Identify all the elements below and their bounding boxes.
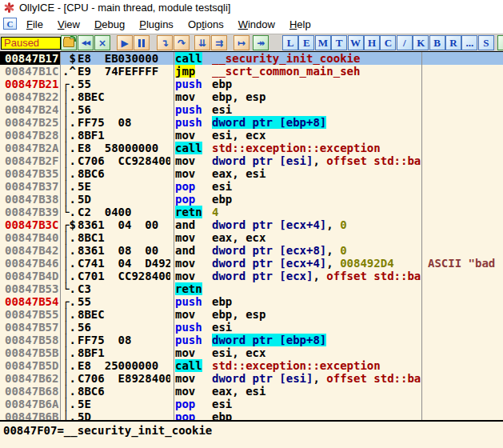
run-button[interactable]: ▶	[117, 35, 133, 50]
disasm-row[interactable]: 00847B53└.C3retn	[0, 282, 503, 295]
restart-button[interactable]: ◀◀	[78, 35, 94, 50]
operand-reg: ebp, esp	[212, 308, 265, 321]
patches-window-button[interactable]: /	[397, 35, 413, 50]
disasm-row[interactable]: 00847B6B│.5Dpopebp	[0, 410, 503, 420]
flow-prefix: │.	[62, 270, 76, 282]
address-cell: 00847B53	[0, 282, 60, 295]
menu-item-view[interactable]: View	[50, 18, 87, 31]
address-cell: 00847B6A	[0, 398, 60, 410]
ollyice-app-icon[interactable]	[3, 2, 15, 14]
disasm-row[interactable]: 00847B68│.8BC6moveax, esi	[0, 385, 503, 398]
mnemonic: and	[175, 218, 195, 231]
menu-item-plugins[interactable]: Plugins	[132, 18, 181, 31]
disasm-row[interactable]: 00847B40│.8BC1moveax, ecx	[0, 231, 503, 244]
disasm-row[interactable]: 00847B62│.C706 E8928400movdword ptr [esi…	[0, 372, 503, 385]
step-into-button[interactable]: ↴	[157, 35, 173, 50]
operands-cell: esi, ecx	[212, 129, 421, 142]
breakpoints-window-button[interactable]: B	[429, 35, 445, 50]
mnemonic: push	[175, 334, 202, 346]
threads-window-button[interactable]: T	[331, 35, 347, 50]
disasm-row[interactable]: 00847B39└.C2 0400retn4	[0, 206, 503, 218]
execute-till-return-button[interactable]: ↦	[234, 35, 250, 50]
step-over-button[interactable]: ↷	[174, 35, 190, 50]
flow-prefix: │.	[62, 244, 76, 257]
executables-window-button[interactable]: E	[298, 35, 314, 50]
go-to-button[interactable]: ↠	[253, 35, 269, 50]
disasm-row[interactable]: 00847B35│.8BC6moveax, esi	[0, 167, 503, 180]
disasm-row[interactable]: 00847B2F│.C706 CC928400movdword ptr [esi…	[0, 154, 503, 167]
operand-reg: ebp	[212, 78, 232, 90]
cpu-child-window-icon[interactable]: C	[3, 18, 17, 30]
disasm-row[interactable]: 00847B4D│.C701 CC928400movdword ptr [ecx…	[0, 270, 503, 282]
close-button[interactable]: ×	[94, 35, 110, 50]
disasm-row[interactable]: 00847B1C.^E9 74FEFFFFjmp__scrt_common_ma…	[0, 65, 503, 78]
disasm-row[interactable]: 00847B54┌.55pushebp	[0, 295, 503, 308]
clipped-toolbar-button[interactable]	[497, 35, 503, 50]
source-window-button[interactable]: S	[478, 35, 494, 50]
menu-item-help[interactable]: Help	[282, 18, 318, 31]
address-cell: 00847B39	[0, 206, 60, 218]
disasm-row[interactable]: 00847B21┌.55pushebp	[0, 78, 503, 90]
disasm-row[interactable]: 00847B55│.8BECmovebp, esp	[0, 308, 503, 321]
toolbar: Paused ◀◀×▶↴↷⇊⇉↦↠LEMTWHC/KBR...S	[0, 34, 503, 51]
operands-cell: dword ptr [esi], offset std::bad	[212, 372, 421, 385]
operand-reg: ebp	[212, 193, 232, 206]
call-stack-window-button[interactable]: K	[413, 35, 429, 50]
disassembly-pane[interactable]: 00847B17 $E8 EB030000call__security_init…	[0, 51, 503, 420]
disasm-row[interactable]: 00847B58│.FF75 08pushdword ptr [ebp+8]	[0, 334, 503, 346]
disasm-row[interactable]: 00847B5D│.E8 25000000callstd::exception:…	[0, 359, 503, 372]
mnemonic: retn	[175, 282, 202, 295]
disasm-row[interactable]: 00847B37│.5Epopesi	[0, 180, 503, 193]
hex-bytes-cell: C701 CC928400	[78, 270, 170, 282]
handles-window-button[interactable]: H	[364, 35, 380, 50]
open-file-button[interactable]	[61, 35, 77, 50]
references-window-button[interactable]: R	[445, 35, 461, 50]
address-cell: 00847B17	[0, 52, 60, 65]
operands-cell: dword ptr [ecx], offset std::bad	[212, 270, 421, 282]
ollyice-window: OllyICE - [CPU - main thread, module tes…	[0, 0, 503, 448]
disasm-row[interactable]: 00847B2A│.E8 58000000callstd::exception:…	[0, 142, 503, 154]
hex-bytes-cell: 8BF1	[78, 346, 170, 359]
operand-mem: dword ptr [ecx]	[212, 270, 313, 282]
windows-window-button[interactable]: W	[348, 35, 364, 50]
operands-cell: dword ptr [ecx+8], 0	[212, 244, 421, 257]
disasm-row[interactable]: 00847B5B│.8BF1movesi, ecx	[0, 346, 503, 359]
animate-into-button[interactable]: ⇊	[194, 35, 210, 50]
disasm-row[interactable]: 00847B42│.8361 08 00anddword ptr [ecx+8]…	[0, 244, 503, 257]
disasm-row[interactable]: 00847B46│.C741 04 D4928400movdword ptr […	[0, 257, 503, 270]
mnemonic: mov	[175, 372, 195, 385]
animate-over-icon: ⇉	[215, 38, 223, 49]
menu-item-options[interactable]: Options	[181, 18, 231, 31]
mnemonic: push	[175, 78, 202, 90]
hex-bytes-cell: 8361 08 00	[78, 244, 170, 257]
open-folder-icon	[63, 38, 74, 47]
mnemonic: mov	[175, 270, 195, 282]
menu-item-debug[interactable]: Debug	[87, 18, 132, 31]
disasm-row[interactable]: 00847B38│.5Dpopebp	[0, 193, 503, 206]
disasm-row[interactable]: 00847B3C┌$8361 04 00anddword ptr [ecx+4]…	[0, 218, 503, 231]
disasm-row[interactable]: 00847B17 $E8 EB030000call__security_init…	[0, 52, 503, 65]
operand-plain: ,	[326, 218, 340, 231]
hex-bytes-cell: C2 0400	[78, 206, 170, 218]
disasm-row[interactable]: 00847B24│.56pushesi	[0, 103, 503, 116]
disasm-row[interactable]: 00847B28│.8BF1movesi, ecx	[0, 129, 503, 142]
animate-over-button[interactable]: ⇉	[211, 35, 227, 50]
menu-item-file[interactable]: File	[19, 18, 50, 31]
memory-window-button[interactable]: M	[315, 35, 331, 50]
mnemonic: push	[175, 103, 202, 116]
disasm-row[interactable]: 00847B22│.8BECmovebp, esp	[0, 90, 503, 103]
disasm-row[interactable]: 00847B6A│.5Epopesi	[0, 398, 503, 410]
disasm-row[interactable]: 00847B57│.56pushesi	[0, 321, 503, 334]
restart-icon: ◀◀	[82, 39, 90, 46]
disasm-row[interactable]: 00847B25│.FF75 08pushdword ptr [ebp+8]	[0, 116, 503, 129]
cpu-window-button[interactable]: C	[380, 35, 396, 50]
flow-prefix: │.	[62, 334, 76, 346]
hex-bytes-cell: 8BC6	[78, 167, 170, 180]
log-window-button[interactable]: L	[282, 35, 298, 50]
column-separator	[421, 52, 422, 420]
operands-cell: esi	[212, 398, 421, 410]
operand-mem: dword ptr [ecx+4]	[212, 218, 326, 231]
run-trace-window-button[interactable]: ...	[461, 35, 477, 50]
menu-item-window[interactable]: Window	[231, 18, 282, 31]
pause-button[interactable]	[134, 35, 150, 50]
